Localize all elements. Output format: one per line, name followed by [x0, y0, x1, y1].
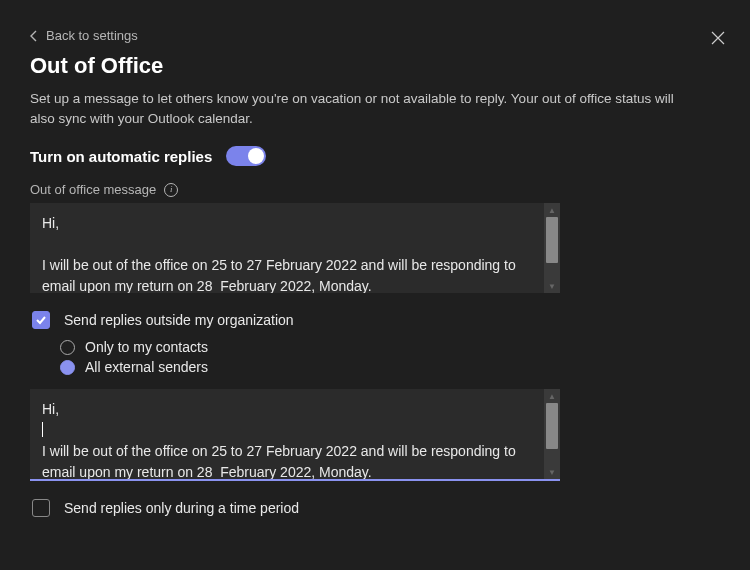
close-button[interactable] — [708, 28, 728, 48]
scroll-up-icon[interactable]: ▲ — [544, 389, 560, 403]
toggle-knob — [248, 148, 264, 164]
scroll-track[interactable] — [544, 217, 560, 279]
close-icon — [711, 31, 725, 45]
scroll-up-icon[interactable]: ▲ — [544, 203, 560, 217]
external-message-box: Hi, I will be out of the office on 25 to… — [30, 389, 560, 481]
time-period-label: Send replies only during a time period — [64, 500, 299, 516]
radio-icon — [60, 360, 75, 375]
page-title: Out of Office — [30, 53, 720, 79]
out-of-office-dialog: Back to settings Out of Office Set up a … — [0, 0, 750, 570]
external-replies-checkbox[interactable] — [32, 311, 50, 329]
time-period-checkbox[interactable] — [32, 499, 50, 517]
scroll-thumb[interactable] — [546, 403, 558, 449]
check-icon — [35, 314, 47, 326]
radio-all-external-label: All external senders — [85, 359, 208, 375]
auto-replies-toggle[interactable] — [226, 146, 266, 166]
scroll-thumb[interactable] — [546, 217, 558, 263]
radio-all-external[interactable]: All external senders — [60, 359, 720, 375]
external-replies-label: Send replies outside my organization — [64, 312, 294, 328]
radio-only-contacts-label: Only to my contacts — [85, 339, 208, 355]
page-description: Set up a message to let others know you'… — [30, 89, 690, 128]
info-icon[interactable]: i — [164, 183, 178, 197]
message-field-label: Out of office message — [30, 182, 156, 197]
internal-message-textarea[interactable]: Hi, I will be out of the office on 25 to… — [30, 203, 544, 293]
internal-message-box: Hi, I will be out of the office on 25 to… — [30, 203, 560, 293]
radio-icon — [60, 340, 75, 355]
chevron-left-icon — [30, 30, 38, 42]
auto-replies-toggle-label: Turn on automatic replies — [30, 148, 212, 165]
scrollbar[interactable]: ▲ ▼ — [544, 389, 560, 479]
scroll-track[interactable] — [544, 403, 560, 465]
scrollbar[interactable]: ▲ ▼ — [544, 203, 560, 293]
radio-only-contacts[interactable]: Only to my contacts — [60, 339, 720, 355]
scroll-down-icon[interactable]: ▼ — [544, 279, 560, 293]
scroll-down-icon[interactable]: ▼ — [544, 465, 560, 479]
external-message-textarea[interactable]: Hi, I will be out of the office on 25 to… — [30, 389, 544, 479]
back-link-label: Back to settings — [46, 28, 138, 43]
back-link[interactable]: Back to settings — [30, 28, 138, 43]
external-scope-radio-group: Only to my contacts All external senders — [60, 339, 720, 375]
